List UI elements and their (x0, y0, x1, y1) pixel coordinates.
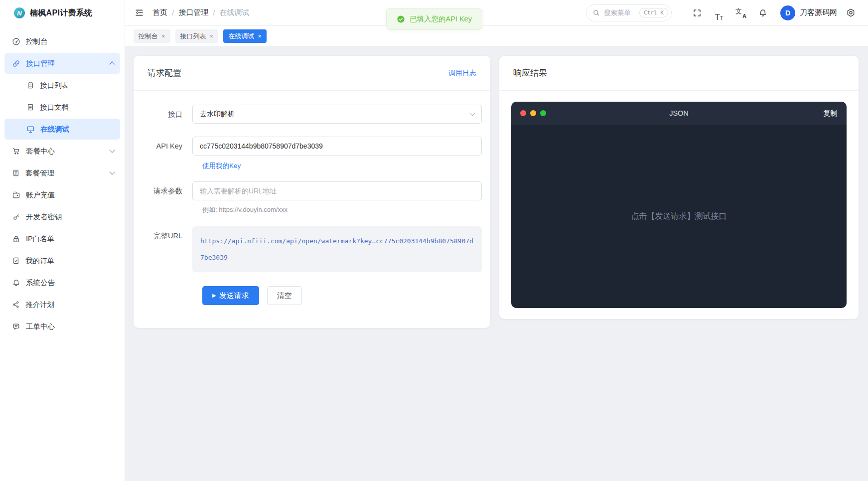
breadcrumb-home[interactable]: 首页 (152, 8, 167, 17)
json-terminal: JSON 复制 点击【发送请求】测试接口 (511, 102, 847, 308)
response-body: JSON 复制 点击【发送请求】测试接口 (499, 91, 859, 319)
user-name[interactable]: 刀客源码网 (800, 8, 837, 17)
bell-icon (12, 279, 20, 287)
call-log-link[interactable]: 调用日志 (448, 69, 476, 78)
wallet-icon (12, 191, 20, 199)
language-button[interactable]: 文A (732, 4, 749, 21)
fullscreen-button[interactable] (689, 4, 706, 21)
sidebar-item-dashboard[interactable]: 控制台 (4, 31, 120, 52)
translate-icon: 文A (735, 7, 746, 18)
font-size-small-glyph: T (720, 15, 723, 21)
maximize-dot-icon (540, 110, 546, 116)
tab-api-list[interactable]: 接口列表 × (175, 29, 219, 43)
breadcrumb-separator: / (172, 8, 174, 17)
top-header: 首页 / 接口管理 / 在线调试 搜索菜单 Ctrl K TT 文A (125, 0, 868, 26)
sidebar-item-label: 接口文档 (40, 103, 69, 112)
window-traffic-lights (520, 110, 546, 116)
sidebar-item-account-recharge[interactable]: 账户充值 (4, 184, 120, 205)
sidebar-item-label: 控制台 (26, 37, 48, 46)
sidebar-item-ticket-center[interactable]: 工单中心 (4, 316, 120, 337)
chevron-down-icon (469, 110, 475, 116)
sidebar-item-api-docs[interactable]: 接口文档 (4, 97, 120, 118)
sidebar-item-developer-key[interactable]: 开发者密钥 (4, 206, 120, 227)
tab-label: 控制台 (139, 32, 158, 41)
link-icon (12, 59, 20, 68)
use-my-key-link[interactable]: 使用我的Key (202, 161, 241, 170)
font-size-large-glyph: T (715, 13, 720, 21)
terminal-placeholder-text: 点击【发送请求】测试接口 (631, 211, 727, 222)
breadcrumb-section[interactable]: 接口管理 (178, 8, 208, 17)
copy-button[interactable]: 复制 (823, 109, 838, 118)
document-icon (26, 103, 34, 111)
close-icon[interactable]: × (210, 33, 214, 39)
params-hint: 例如: https://v.douyin.com/xxx (202, 205, 288, 214)
chevron-down-icon (109, 147, 115, 153)
sidebar-item-label: 在线调试 (40, 125, 69, 134)
sidebar-item-label: 套餐管理 (25, 168, 54, 178)
settings-gear-button[interactable] (842, 4, 859, 21)
header-actions: 搜索菜单 Ctrl K TT 文A D 刀客源码网 (586, 4, 859, 21)
sidebar-item-referral[interactable]: 推介计划 (4, 294, 120, 315)
sidebar-item-ip-whitelist[interactable]: IP白名单 (4, 228, 120, 249)
breadcrumb-current: 在线调试 (219, 8, 249, 17)
sidebar-item-api-management[interactable]: 接口管理 (4, 53, 120, 74)
success-toast: 已填入您的API Key (386, 8, 482, 30)
sidebar-item-package-management[interactable]: 套餐管理 (4, 162, 120, 183)
tab-label: 接口列表 (180, 32, 206, 41)
chevron-down-icon (109, 169, 115, 174)
params-hint-row: 例如: https://v.douyin.com/xxx (147, 205, 482, 214)
sidebar-collapse-button[interactable] (132, 5, 146, 20)
api-select-value: 去水印解析 (200, 110, 235, 119)
api-key-input[interactable] (192, 137, 482, 156)
response-result-panel: 响应结果 JSON 复制 点击【发送请求】测试接口 (499, 56, 859, 319)
key-icon (12, 213, 20, 221)
terminal-title: JSON (511, 109, 847, 117)
search-shortcut-badge: Ctrl K (639, 8, 668, 17)
api-select-label: 接口 (147, 110, 192, 119)
check-circle-icon (397, 15, 405, 23)
font-size-button[interactable]: TT (711, 4, 727, 21)
share-icon (12, 301, 20, 309)
file-list-icon (12, 169, 20, 177)
send-request-button[interactable]: ▶ 发送请求 (202, 286, 259, 305)
close-icon[interactable]: × (161, 33, 165, 39)
chevron-up-icon (109, 61, 115, 67)
search-input[interactable]: 搜索菜单 Ctrl K (586, 4, 672, 21)
api-key-label: API Key (147, 142, 192, 150)
sidebar-item-label: 工单中心 (26, 322, 55, 331)
chat-icon (12, 322, 20, 331)
request-form: 接口 去水印解析 API Key 使用 (134, 91, 490, 319)
user-avatar[interactable]: D (780, 5, 795, 20)
logo-icon: N (14, 7, 25, 18)
terminal-titlebar: JSON 复制 (511, 102, 847, 125)
breadcrumb: 首页 / 接口管理 / 在线调试 (152, 8, 249, 17)
panel-title: 请求配置 (147, 67, 181, 79)
tab-label: 在线调试 (228, 32, 254, 41)
sidebar-item-package-center[interactable]: 套餐中心 (4, 141, 120, 161)
sidebar-item-announcements[interactable]: 系统公告 (4, 272, 120, 293)
notifications-button[interactable] (754, 4, 771, 21)
minimize-dot-icon (530, 110, 536, 116)
tab-online-debug[interactable]: 在线调试 × (223, 29, 267, 43)
request-params-input[interactable] (192, 181, 482, 200)
main-area: 首页 / 接口管理 / 在线调试 搜索菜单 Ctrl K TT 文A (125, 0, 868, 481)
sidebar-item-online-debug[interactable]: 在线调试 (4, 119, 120, 140)
sidebar-item-label: 接口列表 (40, 81, 69, 90)
sidebar-item-my-orders[interactable]: 我的订单 (4, 250, 120, 271)
tab-dashboard[interactable]: 控制台 × (134, 29, 170, 43)
sidebar-item-label: 账户充值 (26, 190, 55, 200)
api-select[interactable]: 去水印解析 (192, 105, 482, 124)
sidebar-item-label: 推介计划 (25, 300, 54, 310)
order-check-icon (12, 257, 20, 265)
sidebar-item-api-list[interactable]: 接口列表 (4, 75, 120, 96)
full-url-row: 完整URL https://api.nfiii.com/api/open/wat… (147, 226, 482, 272)
breadcrumb-separator: / (213, 8, 215, 17)
toast-message: 已填入您的API Key (410, 14, 472, 24)
content-area: 请求配置 调用日志 接口 去水印解析 API Key (125, 47, 868, 481)
close-dot-icon (520, 110, 526, 116)
close-icon[interactable]: × (258, 33, 262, 39)
full-url-value: https://api.nfiii.com/api/open/watermark… (192, 226, 482, 272)
tab-strip: 控制台 × 接口列表 × 在线调试 × (125, 26, 868, 47)
request-config-panel: 请求配置 调用日志 接口 去水印解析 API Key (134, 56, 490, 328)
clear-button[interactable]: 清空 (267, 286, 302, 305)
